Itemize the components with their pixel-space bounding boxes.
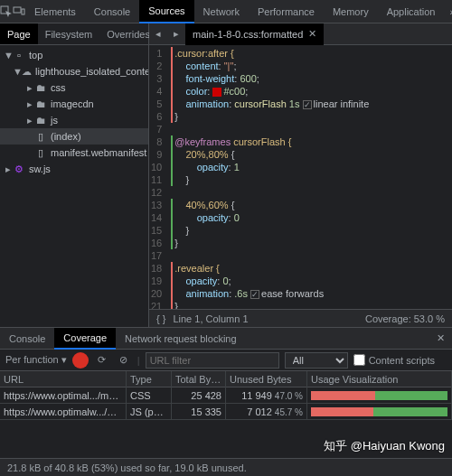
- svg-rect-1: [14, 7, 21, 13]
- coverage-toolbar: Per function ▾ ⟳ ⊘ | All Content scripts: [0, 350, 452, 371]
- tree-folder-js[interactable]: ▸🖿js: [0, 112, 148, 128]
- svg-rect-2: [22, 9, 24, 14]
- table-row[interactable]: https://www.optimal.../main-1-8-0.cssCSS…: [0, 387, 452, 404]
- sidebar-tab-filesystem[interactable]: Filesystem: [38, 23, 100, 44]
- more-tabs-icon[interactable]: »: [444, 6, 452, 17]
- sidebar: PageFilesystemOverrides» ▼▫top ▼☁lightho…: [0, 23, 149, 327]
- nav-fwd-icon[interactable]: ▸: [167, 28, 185, 40]
- tab-elements[interactable]: Elements: [25, 0, 85, 23]
- tab-sources[interactable]: Sources: [139, 0, 193, 23]
- drawer-tabs: ConsoleCoverageNetwork request blocking✕: [0, 328, 452, 350]
- footer: 21.8 kB of 40.8 kB (53%) used so far, 19…: [0, 458, 452, 476]
- tab-memory[interactable]: Memory: [324, 0, 378, 23]
- type-filter-select[interactable]: All: [285, 352, 348, 369]
- tab-application[interactable]: Application: [378, 0, 445, 23]
- file-tree: ▼▫top ▼☁lighthouse_isolated_context ▸🖿cs…: [0, 45, 148, 327]
- tree-folder-imagecdn[interactable]: ▸🖿imagecdn: [0, 96, 148, 112]
- coverage-percent: Coverage: 53.0 %: [365, 313, 445, 324]
- cursor-position: Line 1, Column 1: [173, 313, 248, 324]
- source[interactable]: .cursor:after { content: "|"; font-weigh…: [167, 45, 369, 309]
- editor: ◂ ▸ main-1-8-0.css:formatted ✕ 123456789…: [149, 23, 452, 327]
- content-scripts-checkbox[interactable]: Content scripts: [353, 354, 435, 366]
- drawer-tab-console[interactable]: Console: [0, 328, 54, 350]
- tab-network[interactable]: Network: [194, 0, 249, 23]
- table-header: URLTypeTotal BytesUnused BytesUsage Visu…: [0, 371, 452, 387]
- main-toolbar: ElementsConsoleSourcesNetworkPerformance…: [0, 0, 452, 23]
- gutter: 1234567891011121314151617181920212223242…: [149, 45, 167, 309]
- sidebar-tabs: PageFilesystemOverrides»: [0, 23, 148, 45]
- coverage-table: URLTypeTotal BytesUnused BytesUsage Visu…: [0, 371, 452, 458]
- tree-folder-css[interactable]: ▸🖿css: [0, 79, 148, 96]
- editor-tab[interactable]: main-1-8-0.css:formatted ✕: [185, 23, 324, 45]
- url-filter-input[interactable]: [146, 352, 279, 369]
- drawer-tab-network-request-blocking[interactable]: Network request blocking: [116, 328, 246, 350]
- close-tab-icon[interactable]: ✕: [308, 28, 316, 40]
- main-area: PageFilesystemOverrides» ▼▫top ▼☁lightho…: [0, 23, 452, 327]
- tree-context[interactable]: ▼☁lighthouse_isolated_context: [0, 63, 148, 79]
- sidebar-tab-page[interactable]: Page: [0, 23, 38, 44]
- device-icon[interactable]: [13, 0, 25, 23]
- inspect-icon[interactable]: [0, 0, 13, 23]
- tab-performance[interactable]: Performance: [249, 0, 324, 23]
- per-function-select[interactable]: Per function ▾: [5, 354, 67, 366]
- tab-console[interactable]: Console: [85, 0, 139, 23]
- drawer-close-icon[interactable]: ✕: [429, 332, 452, 344]
- tree-file-index[interactable]: ▯(index): [0, 128, 148, 145]
- footer-summary: 21.8 kB of 40.8 kB (53%) used so far, 19…: [7, 462, 247, 473]
- drawer: ConsoleCoverageNetwork request blocking✕…: [0, 327, 452, 458]
- tree-file-manifest[interactable]: ▯manifest.webmanifest: [0, 145, 148, 161]
- editor-tabs: ◂ ▸ main-1-8-0.css:formatted ✕: [149, 23, 452, 45]
- nav-back-icon[interactable]: ◂: [149, 28, 167, 40]
- reload-button[interactable]: ⟳: [94, 352, 110, 369]
- tree-top[interactable]: ▼▫top: [0, 47, 148, 63]
- clear-button[interactable]: ⊘: [116, 352, 132, 369]
- table-row[interactable]: https://www.optimalw.../main-1-8-0.jsJS …: [0, 404, 452, 420]
- editor-tab-label: main-1-8-0.css:formatted: [193, 29, 303, 40]
- braces-icon[interactable]: { }: [156, 313, 165, 324]
- main-tabs: ElementsConsoleSourcesNetworkPerformance…: [25, 0, 444, 23]
- editor-status: { } Line 1, Column 1 Coverage: 53.0 %: [149, 309, 452, 327]
- drawer-tab-coverage[interactable]: Coverage: [54, 328, 116, 350]
- code-area[interactable]: 1234567891011121314151617181920212223242…: [149, 45, 452, 309]
- record-button[interactable]: [72, 352, 89, 369]
- tree-sw[interactable]: ▸⚙sw.js: [0, 161, 148, 177]
